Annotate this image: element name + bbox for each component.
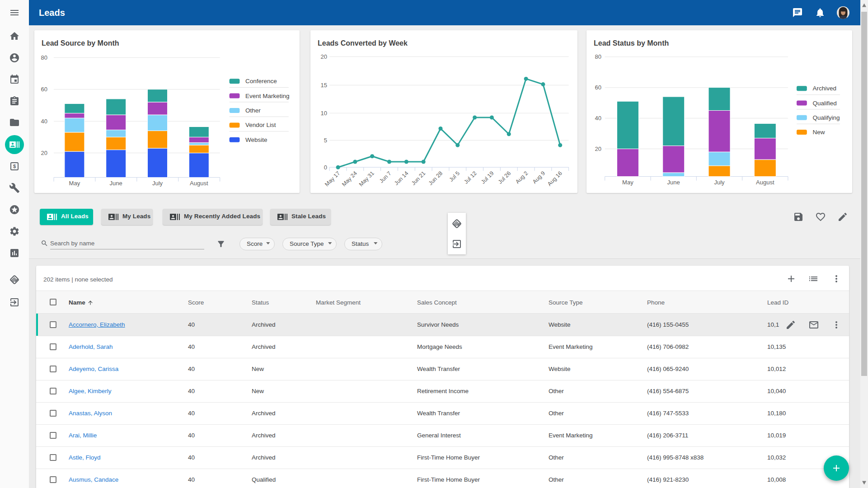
svg-text:60: 60 — [41, 86, 47, 93]
svg-text:5: 5 — [324, 137, 327, 144]
svg-text:Aug 2: Aug 2 — [514, 170, 529, 185]
svg-text:Jun 7: Jun 7 — [378, 170, 393, 184]
svg-text:New: New — [812, 129, 825, 136]
svg-text:Jul 5: Jul 5 — [448, 170, 461, 183]
svg-text:60: 60 — [595, 84, 601, 91]
svg-text:15: 15 — [321, 82, 327, 89]
svg-text:20: 20 — [321, 53, 327, 60]
svg-text:Jun 21: Jun 21 — [410, 170, 427, 186]
svg-text:June: June — [110, 180, 122, 187]
svg-text:80: 80 — [41, 54, 47, 61]
svg-text:Aug 16: Aug 16 — [546, 170, 563, 187]
svg-text:Website: Website — [245, 136, 267, 143]
svg-text:Lead Status by Month: Lead Status by Month — [594, 39, 669, 47]
svg-text:Leads Converted by Week: Leads Converted by Week — [318, 39, 408, 47]
svg-text:Qualified: Qualified — [812, 100, 836, 107]
svg-text:May 17: May 17 — [324, 170, 341, 188]
svg-text:May: May — [69, 180, 80, 187]
svg-text:May 24: May 24 — [341, 170, 358, 188]
svg-text:Conference: Conference — [245, 78, 277, 84]
svg-text:Lead Source by Month: Lead Source by Month — [42, 39, 119, 47]
svg-text:August: August — [756, 179, 774, 186]
svg-text:Jun 28: Jun 28 — [427, 170, 444, 186]
svg-text:$: $ — [13, 164, 16, 169]
svg-text:Jul 12: Jul 12 — [463, 170, 478, 185]
svg-text:0: 0 — [324, 164, 327, 171]
svg-text:Other: Other — [245, 107, 261, 114]
svg-text:Qualifying: Qualifying — [812, 114, 840, 121]
svg-text:August: August — [190, 180, 208, 187]
svg-text:Jul 19: Jul 19 — [480, 170, 495, 185]
svg-text:40: 40 — [595, 115, 601, 122]
svg-text:Jun 14: Jun 14 — [393, 170, 409, 186]
svg-text:Aug 9: Aug 9 — [531, 170, 546, 185]
svg-text:Event Marketing: Event Marketing — [245, 93, 290, 99]
svg-text:Archived: Archived — [812, 85, 836, 92]
svg-text:20: 20 — [595, 145, 601, 152]
svg-text:June: June — [667, 179, 680, 186]
svg-text:May: May — [622, 179, 633, 186]
svg-text:Jul 26: Jul 26 — [497, 170, 512, 185]
svg-text:10: 10 — [321, 110, 327, 117]
svg-text:May 31: May 31 — [358, 170, 375, 188]
svg-text:20: 20 — [41, 150, 47, 156]
svg-text:July: July — [152, 180, 163, 187]
svg-text:July: July — [714, 179, 725, 186]
svg-text:40: 40 — [41, 118, 47, 125]
svg-text:80: 80 — [595, 53, 601, 60]
svg-text:Vendor List: Vendor List — [245, 122, 276, 128]
